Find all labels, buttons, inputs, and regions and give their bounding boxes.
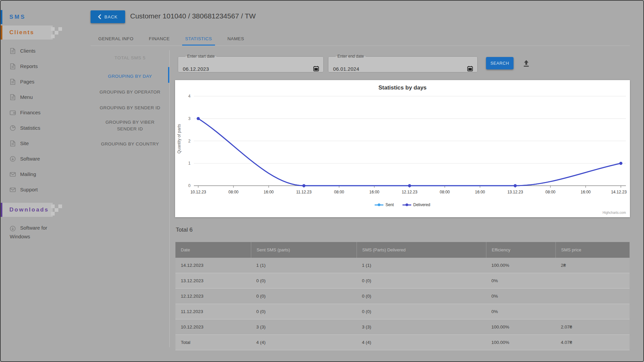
legend-item-delivered[interactable]: Delivered bbox=[402, 202, 430, 207]
sidebar-item-label: Mailing bbox=[20, 167, 36, 182]
table-row: 12.12.20230 (0)0 (0)0% bbox=[175, 289, 630, 304]
sidebar-item-pages[interactable]: Pages bbox=[0, 74, 89, 89]
table-cell: 0 (0) bbox=[357, 273, 486, 288]
sidebar-section-downloads[interactable]: Downloads bbox=[0, 203, 53, 217]
sidebar-item-site[interactable]: Site bbox=[0, 136, 89, 151]
svg-text:2: 2 bbox=[188, 139, 191, 143]
pixel-decoration bbox=[51, 35, 55, 38]
calendar-icon[interactable] bbox=[467, 66, 473, 71]
sms-accent-bar bbox=[0, 10, 2, 24]
sidebar-item-menu[interactable]: Menu bbox=[0, 89, 89, 105]
svg-text:08:00: 08:00 bbox=[440, 190, 450, 194]
table-row: 13.12.20230 (0)0 (0)0% bbox=[175, 273, 630, 289]
sidebar-item-statistics[interactable]: Statistics bbox=[0, 120, 89, 136]
column-header-sms-price: SMS price bbox=[555, 242, 630, 258]
sidebar-item-label: Menu bbox=[20, 89, 33, 105]
sidebar-item-reports[interactable]: Reports bbox=[0, 59, 89, 74]
statistics-subnav: TOTAL SMS 5 GROUPING BY DAYGROUPING BY O… bbox=[91, 46, 169, 347]
downloads-accent-bar bbox=[0, 203, 2, 217]
svg-text:10.12.23: 10.12.23 bbox=[191, 190, 206, 194]
sidebar-item-software-for-windows[interactable]: Software for bbox=[20, 224, 47, 232]
document-icon bbox=[9, 140, 16, 147]
table-cell: 4 (4) bbox=[251, 335, 357, 350]
table-cell: 3 (3) bbox=[251, 319, 357, 335]
table-cell: Total bbox=[175, 335, 251, 350]
line-chart: 0123410.12.2308:0016:0011.12.2308:0016:0… bbox=[175, 80, 630, 217]
sidebar-item-label: Site bbox=[20, 136, 29, 151]
upload-icon[interactable] bbox=[522, 59, 531, 68]
sidebar-section-clients[interactable]: Clients bbox=[0, 25, 53, 40]
legend-item-sent[interactable]: Sent bbox=[375, 202, 394, 207]
start-date-label: Enter start date bbox=[185, 54, 216, 59]
svg-text:12.12.23: 12.12.23 bbox=[402, 190, 418, 194]
svg-text:14.12.23: 14.12.23 bbox=[611, 190, 627, 194]
tabs-divider bbox=[91, 46, 630, 46]
sidebar-item-software[interactable]: Software bbox=[0, 151, 89, 167]
column-header-efficiency: Efficiency bbox=[486, 242, 555, 258]
pixel-decoration bbox=[51, 204, 55, 208]
table-cell: 0 (0) bbox=[357, 304, 486, 319]
svg-text:4: 4 bbox=[188, 94, 191, 99]
sidebar-item-finances[interactable]: Finances bbox=[0, 105, 89, 120]
sidebar-item-label: Support bbox=[20, 182, 38, 197]
calendar-icon[interactable] bbox=[313, 66, 319, 71]
start-date-value[interactable]: 06.12.2023 bbox=[183, 66, 209, 72]
svg-text:08:00: 08:00 bbox=[545, 190, 555, 194]
search-button[interactable]: SEARCH bbox=[486, 57, 514, 69]
tab-finance[interactable]: FINANCE bbox=[141, 32, 177, 46]
sidebar-item-clients[interactable]: Clients bbox=[0, 43, 89, 59]
subnav-grouping-by-viber-sender-id[interactable]: GROUPING BY VIBERSENDER ID bbox=[91, 117, 169, 135]
clients-accent-bar bbox=[0, 25, 2, 40]
subnav-grouping-by-sender-id[interactable]: GROUPING BY SENDER ID bbox=[91, 102, 169, 114]
sidebar: SMS Clients ClientsReportsPagesMenuFinan… bbox=[0, 0, 89, 362]
table-cell: 3 (3) bbox=[357, 319, 486, 335]
tab-general-info[interactable]: GENERAL INFO bbox=[91, 32, 141, 46]
sidebar-item-software-for-windows-line2[interactable]: Windows bbox=[10, 233, 30, 241]
svg-text:13.12.23: 13.12.23 bbox=[507, 190, 523, 194]
table-cell: 4.07₴ bbox=[555, 335, 630, 350]
column-header-sent-sms-parts-: Sent SMS (parts) bbox=[251, 242, 357, 258]
subnav-grouping-by-operator[interactable]: GROUPING BY OPERATOR bbox=[91, 86, 169, 98]
sidebar-item-support[interactable]: Support bbox=[0, 182, 89, 197]
table-row: 11.12.20230 (0)0 (0)0% bbox=[175, 304, 630, 319]
back-button-label: BACK bbox=[104, 14, 117, 19]
document-icon bbox=[9, 94, 16, 101]
table-body: 14.12.20231 (1)1 (1)100.00%2₴13.12.20230… bbox=[175, 258, 630, 350]
start-date-field[interactable]: Enter start date 06.12.2023 bbox=[178, 54, 324, 72]
table-cell: 0% bbox=[486, 304, 555, 319]
table-cell: 1 (1) bbox=[251, 258, 357, 273]
tab-statistics[interactable]: STATISTICS bbox=[177, 32, 220, 46]
chart-title: Statistics by days bbox=[175, 84, 630, 91]
subnav-grouping-by-day[interactable]: GROUPING BY DAY bbox=[91, 71, 169, 82]
page-title: Customer 101040 / 380681234567 / TW bbox=[130, 12, 256, 20]
column-header-date: Date bbox=[175, 242, 251, 258]
legend-marker-icon bbox=[402, 203, 411, 206]
document-icon bbox=[9, 63, 16, 70]
table-cell: 13.12.2023 bbox=[175, 273, 251, 288]
legend-marker-icon bbox=[375, 203, 383, 206]
table-cell: 2₴ bbox=[555, 258, 630, 273]
chart-y-axis-title: Quantity of parts bbox=[177, 115, 181, 162]
end-date-field[interactable]: Enter end date 06.01.2024 bbox=[328, 54, 478, 72]
table-cell: 10.12.2023 bbox=[175, 319, 251, 335]
table-header-row: DateSent SMS (parts)SMS (Parts) Delivere… bbox=[175, 242, 630, 258]
table-cell: 0% bbox=[486, 273, 555, 288]
tab-bar: GENERAL INFOFINANCESTATISTICSNAMES bbox=[91, 32, 252, 46]
pixel-decoration bbox=[58, 204, 62, 208]
table-cell: 100.00% bbox=[486, 258, 555, 273]
sms-section-label: SMS bbox=[9, 10, 26, 24]
pixel-decoration bbox=[51, 212, 55, 216]
subnav-grouping-by-country[interactable]: GROUPING BY COUNTRY bbox=[91, 138, 169, 150]
sidebar-section-sms[interactable]: SMS bbox=[0, 10, 53, 24]
table-cell: 0% bbox=[486, 289, 555, 304]
svg-text:16:00: 16:00 bbox=[369, 190, 379, 194]
content-divider bbox=[169, 50, 170, 347]
sidebar-item-mailing[interactable]: Mailing bbox=[0, 167, 89, 182]
back-button[interactable]: BACK bbox=[91, 10, 125, 23]
statistics-table: DateSent SMS (parts)SMS (Parts) Delivere… bbox=[175, 242, 630, 350]
clients-section-label: Clients bbox=[9, 25, 34, 40]
tab-names[interactable]: NAMES bbox=[220, 32, 252, 46]
table-cell: 100.00% bbox=[486, 319, 555, 335]
chevron-left-icon bbox=[98, 14, 101, 19]
end-date-value[interactable]: 06.01.2024 bbox=[333, 66, 359, 72]
